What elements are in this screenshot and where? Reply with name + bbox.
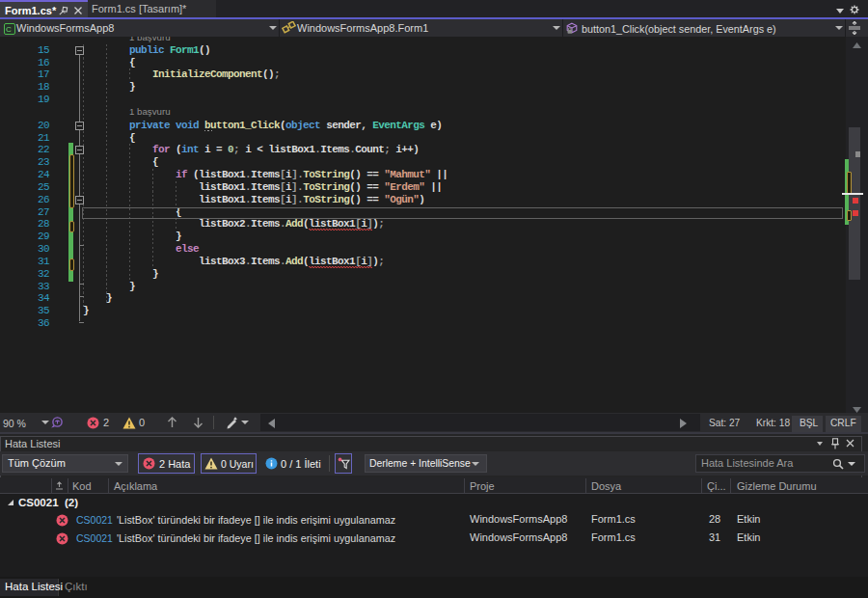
svg-text:C: C — [6, 25, 12, 34]
